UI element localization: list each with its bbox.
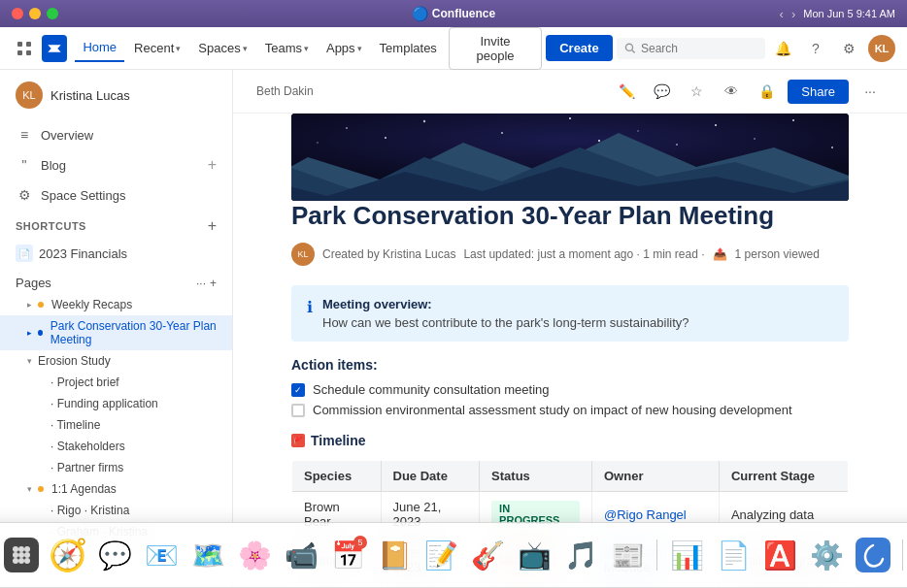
- tree-item-project-brief[interactable]: · Project brief: [0, 372, 232, 393]
- dock-maps[interactable]: 🗺️: [186, 534, 229, 576]
- dock-reminders[interactable]: 📝: [420, 534, 462, 576]
- action-item-1: ✓ Schedule community consultation meetin…: [291, 382, 849, 397]
- tree-item-park-conservation[interactable]: ▸ Park Conservation 30-Year Plan Meeting: [0, 315, 232, 350]
- dock-calendar[interactable]: 📅 5: [326, 534, 369, 576]
- sidebar-blog[interactable]: " Blog +: [0, 149, 232, 180]
- svg-point-15: [792, 119, 794, 121]
- create-button[interactable]: Create: [546, 35, 612, 61]
- tree-item-weekly-recaps[interactable]: ▸ Weekly Recaps: [0, 294, 232, 315]
- time-display: Mon Jun 5 9:41 AM: [803, 8, 895, 19]
- nav-home[interactable]: Home: [75, 34, 124, 62]
- close-button[interactable]: [12, 8, 23, 19]
- svg-point-9: [346, 127, 348, 129]
- more-options-icon[interactable]: ···: [857, 78, 884, 105]
- dock-system-settings[interactable]: ⚙️: [805, 534, 848, 576]
- tree-item-erosion-study[interactable]: ▾ Erosion Study: [0, 350, 232, 372]
- confluence-logo[interactable]: [42, 35, 68, 62]
- page-meta: KL Created by Kristina Lucas Last update…: [291, 243, 849, 266]
- col-header-due-date: Due Date: [381, 461, 480, 492]
- tree-item-partner-firms[interactable]: · Partner firms: [0, 457, 232, 478]
- author-avatar: KL: [291, 243, 315, 266]
- svg-point-12: [569, 117, 571, 119]
- page-title: Park Conservation 30-Year Plan Meeting: [291, 201, 849, 231]
- add-shortcut-button[interactable]: +: [208, 217, 217, 235]
- title-bar: 🔵 Confluence ‹ › Mon Jun 5 9:41 AM: [0, 0, 907, 27]
- meeting-info-box: ℹ Meeting overview: How can we best cont…: [291, 285, 849, 342]
- timeline-label: Timeline: [311, 433, 366, 448]
- dock-numbers[interactable]: 📊: [665, 534, 708, 576]
- tree-item-agendas[interactable]: ▾ 1:1 Agendas: [0, 478, 232, 500]
- timeline-header: 🚩 Timeline: [291, 433, 849, 448]
- fullscreen-button[interactable]: [47, 8, 58, 19]
- nav-back[interactable]: ‹: [780, 7, 784, 21]
- sidebar-overview[interactable]: ≡ Overview: [0, 120, 232, 149]
- bullet-icon: [38, 330, 43, 336]
- help-button[interactable]: ?: [802, 35, 829, 62]
- checkbox-2[interactable]: [291, 404, 305, 417]
- restrict-icon[interactable]: 🔒: [753, 78, 780, 105]
- nav-actions: 🔔 ? ⚙ KL: [769, 35, 895, 62]
- user-avatar[interactable]: KL: [868, 35, 895, 62]
- dock-notes[interactable]: 📔: [373, 534, 416, 576]
- search-bar[interactable]: [617, 38, 765, 59]
- checkbox-1[interactable]: ✓: [291, 383, 305, 397]
- share-button[interactable]: Share: [788, 80, 849, 104]
- dock-mail[interactable]: 📧: [140, 534, 183, 576]
- tree-item-stakeholders[interactable]: · Stakeholders: [0, 436, 232, 457]
- nav-teams[interactable]: Teams▾: [257, 35, 317, 61]
- grid-icon[interactable]: [12, 35, 38, 62]
- minimize-button[interactable]: [29, 8, 41, 19]
- info-text: How can we best contribute to the park's…: [322, 315, 689, 330]
- view-icon[interactable]: 👁: [718, 78, 745, 105]
- nav-forward[interactable]: ›: [791, 7, 795, 21]
- pages-more-icon[interactable]: ···: [196, 277, 206, 290]
- overview-icon: ≡: [16, 127, 33, 143]
- col-header-status: Status: [480, 461, 592, 492]
- traffic-lights[interactable]: [12, 8, 58, 19]
- notifications-button[interactable]: 🔔: [769, 35, 796, 62]
- dock-appstore[interactable]: 🅰️: [758, 534, 801, 576]
- profile-avatar: KL: [16, 82, 43, 109]
- search-input[interactable]: [641, 42, 757, 55]
- created-by: Created by Kristina Lucas: [322, 247, 455, 261]
- shortcut-financials[interactable]: 📄 2023 Financials: [0, 239, 232, 268]
- dock-music-icon[interactable]: 🎸: [466, 534, 509, 576]
- dock-photos[interactable]: 🌸: [233, 534, 276, 576]
- tree-item-rigo-kristina[interactable]: · Rigo · Kristina: [0, 500, 232, 521]
- nav-templates[interactable]: Templates: [372, 35, 445, 61]
- svg-point-20: [598, 140, 600, 142]
- svg-point-36: [24, 546, 30, 552]
- tree-item-timeline[interactable]: · Timeline: [0, 414, 232, 436]
- content-actions: ✏️ 💬 ☆ 👁 🔒 Share ···: [613, 78, 884, 105]
- svg-point-13: [637, 130, 638, 131]
- dock-appletv[interactable]: 📺: [513, 534, 555, 576]
- comment-icon[interactable]: 💬: [648, 78, 675, 105]
- dock-launchpad[interactable]: [0, 534, 43, 576]
- settings-button[interactable]: ⚙: [835, 35, 862, 62]
- nav-spaces[interactable]: Spaces▾: [190, 35, 254, 61]
- dock-music[interactable]: 🎵: [559, 534, 602, 576]
- tree-item-funding[interactable]: · Funding application: [0, 393, 232, 414]
- svg-point-18: [385, 137, 386, 139]
- edit-icon[interactable]: ✏️: [613, 78, 640, 105]
- svg-point-35: [18, 546, 24, 552]
- dock-safari[interactable]: 🧭: [47, 534, 89, 576]
- sidebar-settings[interactable]: ⚙ Space Settings: [0, 180, 232, 210]
- nav-apps[interactable]: Apps▾: [319, 35, 370, 61]
- dock-pages-app[interactable]: 📄: [712, 534, 755, 576]
- pages-add-icon[interactable]: +: [210, 277, 217, 290]
- content-area: Beth Dakin ✏️ 💬 ☆ 👁 🔒 Share ···: [233, 70, 907, 588]
- svg-rect-1: [26, 42, 31, 47]
- svg-point-34: [13, 546, 18, 552]
- blog-add-icon[interactable]: +: [208, 156, 217, 174]
- content-header: Beth Dakin ✏️ 💬 ☆ 👁 🔒 Share ···: [233, 70, 907, 114]
- dock-arc[interactable]: [852, 534, 894, 576]
- nav-recent[interactable]: Recent▾: [126, 35, 188, 61]
- dock-news[interactable]: 📰: [606, 534, 649, 576]
- invite-people-button[interactable]: Invite people: [449, 27, 542, 70]
- dock-messages[interactable]: 💬: [93, 534, 136, 576]
- financials-icon: 📄: [16, 245, 33, 262]
- info-title: Meeting overview:: [322, 297, 689, 311]
- star-icon[interactable]: ☆: [683, 78, 710, 105]
- dock-facetime[interactable]: 📹: [280, 534, 322, 576]
